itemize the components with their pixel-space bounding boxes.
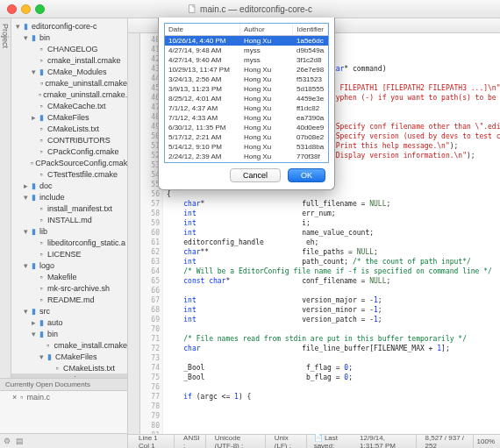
tree-folder[interactable]: ▾▮bin — [11, 328, 127, 339]
tree-folder[interactable]: ▾▮lib — [11, 225, 127, 237]
tree-file[interactable]: ▫CPackSourceConfig.cmake — [11, 157, 127, 168]
disclosure-triangle-icon[interactable]: ▾ — [15, 22, 21, 31]
tree-file[interactable]: ▫CMakeLists.txt — [11, 123, 127, 134]
zoom-icon[interactable] — [35, 4, 45, 14]
tree-file[interactable]: ▫mk-src-archive.sh — [11, 282, 127, 294]
tree-folder[interactable]: ▾▮bin — [11, 32, 127, 43]
close-icon[interactable] — [7, 4, 17, 14]
disclosure-triangle-icon[interactable]: ▾ — [23, 193, 29, 202]
filter-icon[interactable]: ▤ — [16, 437, 24, 445]
code-line[interactable]: char file_line_buffer[FILENAME_MAX + 1]; — [167, 344, 496, 353]
tree-file[interactable]: ▫libeditorconfig_static.a — [11, 237, 127, 248]
gear-icon[interactable]: ⚙ — [4, 437, 11, 445]
code-line[interactable]: int path_count; /* the count of path inp… — [167, 257, 496, 267]
tree-file[interactable]: ▫Makefile — [11, 271, 127, 282]
tree-file[interactable]: ▫LICENSE — [11, 248, 127, 260]
project-tree[interactable]: ▾▮editorconfig-core-c▾▮bin▫CHANGELOG▫cma… — [11, 18, 127, 378]
tree-folder[interactable]: ▾▮CMake_Modules — [11, 66, 127, 77]
code-line[interactable]: int version_minor = -1; — [167, 305, 496, 315]
status-zoom[interactable]: 100% — [477, 437, 495, 445]
code-line[interactable]: int err_num; — [167, 209, 496, 218]
code-line[interactable]: const char* conf_filename = NULL; — [167, 276, 496, 286]
code-line[interactable]: editorconfig_handle eh; — [167, 238, 496, 247]
tree-folder[interactable]: ▸▮CMakeFiles — [11, 111, 127, 123]
open-docs-list[interactable]: ×▫main.c — [0, 391, 127, 433]
revision-row[interactable]: 5/14/12, 9:10 PMHong Xu531d8ba — [165, 142, 328, 152]
disclosure-triangle-icon[interactable]: ▾ — [23, 261, 29, 270]
col-identifier[interactable]: Identifier — [293, 24, 328, 35]
tree-file[interactable]: ▫CONTRIBUTORS — [11, 134, 127, 146]
tree-folder[interactable]: ▸▮doc — [11, 180, 127, 191]
code-line[interactable] — [167, 382, 496, 392]
editor-vertical-tabs[interactable] — [128, 33, 140, 434]
code-line[interactable]: int version_patch = -1; — [167, 315, 496, 324]
code-line[interactable]: if (argc <= 1) { — [167, 392, 496, 402]
code-line[interactable]: /* File names read from stdin are put in… — [167, 334, 496, 344]
code-line[interactable]: _Bool f_flag = 0; — [167, 363, 496, 373]
tree-folder[interactable]: ▾▮src — [11, 305, 127, 316]
sidebar-tab-project[interactable]: Project — [0, 18, 11, 378]
tree-file[interactable]: ▫INSTALL.md — [11, 214, 127, 225]
revision-row[interactable]: 5/17/12, 2:21 AMHong Xu07b08e2 — [165, 132, 328, 142]
code-line[interactable]: int i; — [167, 218, 496, 228]
code-line[interactable] — [167, 353, 496, 363]
revision-row[interactable]: 3/9/13, 11:23 PMHong Xu5d18555 — [165, 84, 328, 94]
tree-folder[interactable]: ▾▮logo — [11, 260, 127, 271]
tree-file[interactable]: ▫cmake_install.cmake — [11, 54, 127, 66]
col-author[interactable]: Author — [240, 24, 293, 35]
revision-row[interactable]: 7/1/12, 4:33 AMHong Xuea7390a — [165, 113, 328, 123]
tree-folder[interactable]: ▾▮editorconfig-core-c — [11, 20, 127, 32]
tree-file[interactable]: ▫cmake_uninstall.cmake — [11, 77, 127, 89]
tree-file[interactable]: ▫cmake_uninstall.cmake.in — [11, 89, 127, 100]
revision-list[interactable]: Date Author Identifier 10/26/14, 4:40 PM… — [164, 23, 329, 163]
disclosure-triangle-icon[interactable]: ▸ — [31, 113, 37, 122]
tree-file[interactable]: ▫CMakeLists.txt — [11, 362, 127, 373]
revision-row[interactable]: 4/27/14, 9:40 AMmyss3f1c2d8 — [165, 55, 328, 65]
code-line[interactable] — [167, 324, 496, 334]
disclosure-triangle-icon[interactable]: ▸ — [23, 181, 29, 190]
tree-file[interactable]: ▫install_manifest.txt — [11, 203, 127, 214]
revision-row[interactable]: 7/1/12, 4:37 AMHong Xuff1dc82 — [165, 103, 328, 113]
code-line[interactable]: /* Will be a EditorConfig file name if -… — [167, 267, 496, 276]
code-line[interactable]: int version_major = -1; — [167, 295, 496, 305]
revision-row[interactable]: 4/27/14, 9:48 AMmyssd9b549a — [165, 46, 328, 55]
tree-folder[interactable]: ▾▮CMakeFiles — [11, 351, 127, 362]
status-line-endings[interactable]: Unix (LF) : — [269, 434, 307, 449]
revision-row[interactable]: 10/26/14, 4:40 PMHong Xu1a5e6dc — [165, 36, 328, 46]
col-date[interactable]: Date — [165, 24, 240, 35]
revision-row[interactable]: 2/24/12, 2:39 AMHong Xu770f38f — [165, 152, 328, 161]
tree-file[interactable]: ▫CTestTestfile.cmake — [11, 168, 127, 180]
code-line[interactable]: char* full_filename = NULL; — [167, 199, 496, 209]
status-encoding[interactable]: ANSI : — [178, 434, 206, 449]
ok-button[interactable]: OK — [288, 168, 325, 182]
minimize-icon[interactable] — [21, 4, 31, 14]
tree-folder[interactable]: ▾▮include — [11, 191, 127, 203]
disclosure-triangle-icon[interactable]: ▾ — [23, 307, 29, 316]
disclosure-triangle-icon[interactable]: ▾ — [23, 227, 29, 236]
code-line[interactable]: _Bool b_flag = 0; — [167, 373, 496, 382]
disclosure-triangle-icon[interactable]: ▾ — [31, 68, 37, 76]
disclosure-triangle-icon[interactable]: ▸ — [31, 318, 37, 327]
disclosure-triangle-icon[interactable]: ▾ — [23, 33, 29, 42]
tree-file[interactable]: ▫CPackConfig.cmake — [11, 146, 127, 157]
cancel-button[interactable]: Cancel — [230, 168, 281, 182]
tree-file[interactable]: ▫CHANGELOG — [11, 43, 127, 54]
open-doc-item[interactable]: ×▫main.c — [0, 391, 127, 403]
code-line[interactable]: int name_value_count; — [167, 228, 496, 238]
code-line[interactable] — [167, 286, 496, 295]
disclosure-triangle-icon[interactable]: ▾ — [31, 330, 37, 338]
close-icon[interactable]: × — [12, 393, 17, 402]
status-unicode[interactable]: Unicode (UTF-8) : — [210, 434, 266, 449]
code-line[interactable]: { — [167, 189, 496, 199]
tree-file[interactable]: ▫CMakeCache.txt — [11, 100, 127, 111]
revision-row[interactable]: 10/29/13, 11:47 PMHong Xu26e7e98 — [165, 65, 328, 75]
revision-row[interactable]: 6/30/12, 11:35 PMHong Xu40d0ee9 — [165, 123, 328, 132]
status-line-col[interactable]: Line 1 Col 1 — [133, 434, 175, 449]
tree-file[interactable]: ▫cmake_install.cmake — [11, 339, 127, 351]
revision-row[interactable]: 3/24/13, 2:56 AMHong Xuf531523 — [165, 75, 328, 84]
code-line[interactable]: char** file_paths = NULL; — [167, 247, 496, 257]
revision-row[interactable]: 8/25/12, 4:01 AMHong Xu4459e3e — [165, 94, 328, 103]
tree-file[interactable]: ▫README.md — [11, 294, 127, 305]
disclosure-triangle-icon[interactable]: ▾ — [39, 352, 45, 361]
tree-folder[interactable]: ▸▮auto — [11, 316, 127, 328]
